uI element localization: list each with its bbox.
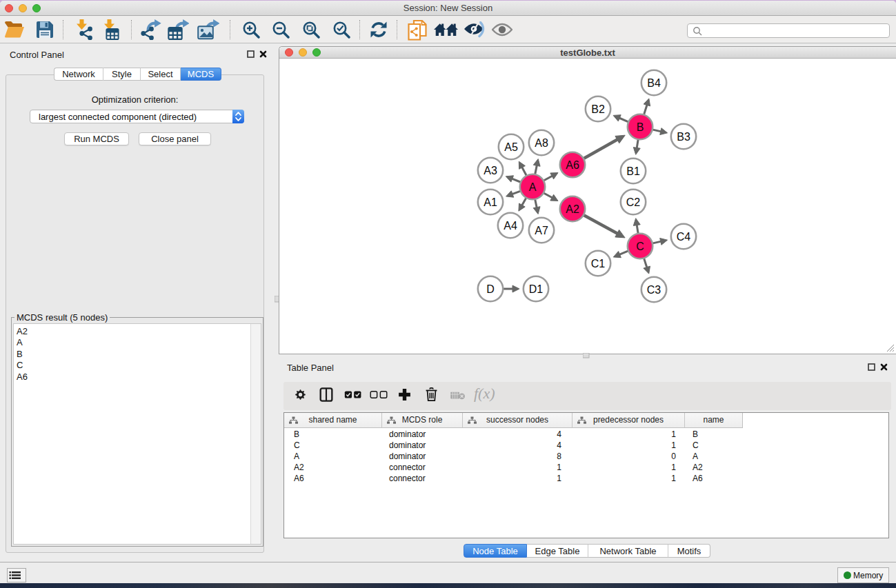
svg-text:C3: C3 bbox=[647, 284, 661, 296]
svg-text:C: C bbox=[636, 241, 644, 252]
svg-text:C4: C4 bbox=[677, 231, 691, 243]
svg-text:A8: A8 bbox=[535, 137, 548, 149]
svg-text:D: D bbox=[486, 283, 495, 295]
svg-text:B: B bbox=[637, 121, 644, 133]
svg-text:B4: B4 bbox=[647, 77, 661, 89]
svg-text:B1: B1 bbox=[626, 165, 640, 177]
svg-text:B3: B3 bbox=[677, 131, 690, 143]
svg-text:D1: D1 bbox=[529, 283, 544, 295]
svg-text:A2: A2 bbox=[566, 203, 579, 215]
svg-text:A1: A1 bbox=[484, 196, 497, 208]
svg-text:B2: B2 bbox=[591, 103, 605, 115]
svg-text:A5: A5 bbox=[504, 141, 518, 153]
svg-text:C1: C1 bbox=[591, 258, 606, 270]
svg-text:A4: A4 bbox=[504, 220, 517, 232]
svg-text:A6: A6 bbox=[566, 159, 579, 171]
svg-text:C2: C2 bbox=[626, 196, 641, 208]
svg-text:A: A bbox=[529, 181, 537, 193]
svg-text:A3: A3 bbox=[484, 165, 497, 176]
svg-text:A7: A7 bbox=[535, 225, 548, 236]
